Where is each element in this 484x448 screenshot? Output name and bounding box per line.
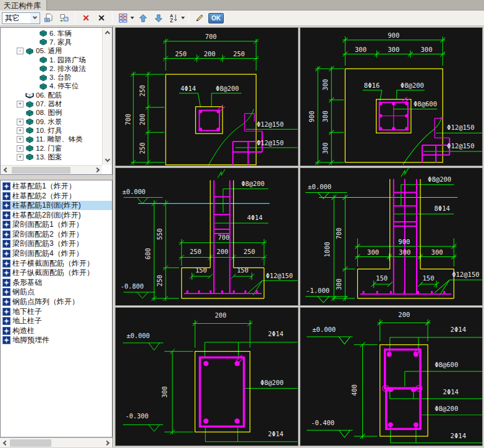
move-up-button[interactable]	[136, 12, 150, 25]
scroll-down-button[interactable]	[103, 156, 113, 165]
panel-title-tab[interactable]: 天正构件库	[0, 0, 47, 11]
tree-item[interactable]: 06. 配筋	[1, 91, 102, 99]
tree-item-label: 10. 灯具	[36, 126, 62, 135]
tree-item[interactable]: + 11. 雕塑、钵类	[1, 135, 102, 144]
list-item[interactable]: 柱子横截面配筋（炸开）	[1, 258, 112, 268]
tree-expander[interactable]: -	[17, 48, 23, 54]
dimension-text: 300	[420, 46, 432, 53]
scrollbar-thumb[interactable]	[12, 167, 70, 174]
list-item-selected[interactable]: 柱基配筋1剖面(炸开)	[1, 201, 112, 211]
dimension-text: 900	[398, 237, 410, 245]
dimension-text: 300	[399, 248, 410, 255]
replace-block-icon	[59, 13, 69, 23]
category-dropdown[interactable]: 其它	[2, 12, 40, 24]
move-down-button[interactable]	[151, 12, 165, 25]
tree-item[interactable]: + 13. 图案	[1, 153, 102, 161]
tree-horizontal-scrollbar[interactable]	[1, 165, 102, 174]
sort-button[interactable]	[167, 12, 180, 25]
tree-item[interactable]: + 07. 器材	[1, 99, 102, 108]
list-item-label: 梁剖面配筋2（炸开）	[12, 229, 83, 240]
preview-cell[interactable]: 700 250 200 250 700 250 200 250 4Φ14 Φ8@…	[115, 27, 299, 166]
dimension-text: 1000	[323, 242, 331, 257]
scroll-left-button[interactable]	[0, 438, 9, 448]
list-item[interactable]: 梁剖面配筋2（炸开）	[1, 230, 112, 240]
preview-cell[interactable]: 900 300 300 300 900 300 300 300 8Φ16 Φ8@…	[300, 27, 483, 166]
dimension-text: 250	[244, 247, 255, 255]
rebar-label: Φ8@200	[242, 179, 265, 187]
dimension-text: 250	[138, 85, 146, 97]
tree-item[interactable]: 2. 排水做法	[1, 64, 102, 73]
preview-grid: 700 250 200 250 700 250 200 250 4Φ14 Φ8@…	[113, 26, 484, 447]
list-item[interactable]: 地上柱子	[1, 316, 112, 326]
list-item[interactable]: 构造柱	[1, 326, 112, 336]
preview-cell[interactable]: ±0.000 -1.000 1000 700 300 900 300 300 3…	[300, 167, 483, 306]
book-icon	[25, 136, 34, 143]
list-item[interactable]: 梁剖面配筋4（炸开）	[1, 249, 112, 259]
list-item[interactable]: 柱基配筋2剖面(炸开)	[1, 210, 112, 220]
scroll-right-button[interactable]	[93, 166, 102, 175]
panel-splitter[interactable]	[0, 175, 113, 180]
block-icon	[2, 240, 11, 248]
view-mode-button[interactable]	[116, 12, 130, 25]
preview-cell[interactable]: ±0.000 -0.800 600 550 250 700 250 200 25…	[115, 167, 299, 306]
list-item-label: 钢筋点阵列（炸开）	[12, 297, 79, 307]
sort-caret[interactable]	[181, 17, 185, 19]
scrollbar-thumb[interactable]	[10, 439, 51, 447]
tree-expander[interactable]: +	[17, 145, 23, 152]
ok-button[interactable]: OK	[208, 13, 224, 23]
preview-cell[interactable]: 200 2Φ14 Φ8@600 2Φ14 Φ8@200 2Φ14 ±0.000 …	[300, 307, 483, 446]
list-item[interactable]: 条形基础	[1, 278, 112, 288]
tree-item-label: 3. 台阶	[49, 73, 72, 82]
replace-block-button[interactable]	[57, 12, 71, 25]
edit-button[interactable]	[193, 12, 206, 25]
tree-expander[interactable]: +	[17, 136, 23, 143]
block-icon	[2, 298, 11, 306]
tree-item[interactable]: 1. 园路广场	[1, 56, 102, 64]
list-item[interactable]: 地下柱子	[1, 306, 112, 316]
rebar-label: Φ12@150	[447, 142, 474, 150]
list-item[interactable]: 钢筋点阵列（炸开）	[1, 297, 112, 307]
dimension-text: 300	[161, 386, 168, 398]
tree-item[interactable]: + 09. 水景	[1, 117, 102, 126]
rebar-label: Φ8@600	[413, 100, 436, 108]
tree-expander[interactable]: +	[17, 154, 23, 161]
list-item-label: 地脚预埋件	[12, 335, 49, 345]
scroll-right-button[interactable]	[103, 438, 113, 448]
list-item-label: 钢筋点	[12, 287, 35, 297]
tree-item[interactable]: 7. 家具	[1, 38, 102, 46]
view-mode-caret[interactable]	[130, 17, 134, 19]
rebar-label: 2Φ14	[443, 389, 458, 396]
scroll-left-button[interactable]	[1, 166, 9, 175]
elevation-text: -0.800	[121, 282, 143, 290]
tree-item[interactable]: 08. 图例	[1, 109, 102, 117]
insert-block-button[interactable]	[42, 12, 56, 25]
elevation-text: ±0.000	[312, 326, 336, 334]
tree-item[interactable]: 4. 停车位	[1, 82, 102, 91]
list-item[interactable]: 柱基配筋2（炸开）	[1, 191, 112, 201]
tree-vertical-scrollbar[interactable]	[102, 28, 112, 165]
tree-expander[interactable]: +	[17, 127, 23, 134]
delete-button-black[interactable]: ✕	[95, 12, 108, 25]
panel-titlebar: 天正构件库	[0, 0, 484, 11]
list-item[interactable]: 柱子纵截面配筋（炸开）	[1, 268, 112, 278]
preview-cell[interactable]: 200 2Φ14 Φ8@200 2Φ14 ±0.000 -0.300 300	[115, 307, 299, 446]
book-icon	[25, 109, 34, 117]
chevron-down-icon[interactable]	[30, 13, 40, 23]
tree-expander[interactable]: +	[17, 101, 23, 108]
dimension-text: 250	[156, 274, 163, 286]
tree-item[interactable]: + 10. 灯具	[1, 126, 102, 135]
tree-item[interactable]: - 05. 通用	[1, 47, 102, 56]
scroll-up-button[interactable]	[103, 28, 113, 37]
tree-item[interactable]: 3. 台阶	[1, 73, 102, 82]
tree-item[interactable]: + 12. 门窗	[1, 144, 102, 153]
list-item[interactable]: 钢筋点	[1, 287, 112, 297]
tree-item[interactable]: 6. 车辆	[1, 29, 102, 38]
delete-button-red[interactable]: ✕	[79, 12, 93, 25]
list-horizontal-scrollbar[interactable]	[0, 437, 113, 447]
book-icon	[25, 101, 34, 108]
list-item[interactable]: 柱基配筋1（炸开）	[1, 182, 112, 192]
list-item[interactable]: 梁剖面配筋3（炸开）	[1, 239, 112, 249]
list-item[interactable]: 地脚预埋件	[1, 336, 112, 345]
tree-expander[interactable]: +	[17, 119, 23, 125]
list-item[interactable]: 梁剖面配筋1（炸开）	[1, 220, 112, 230]
